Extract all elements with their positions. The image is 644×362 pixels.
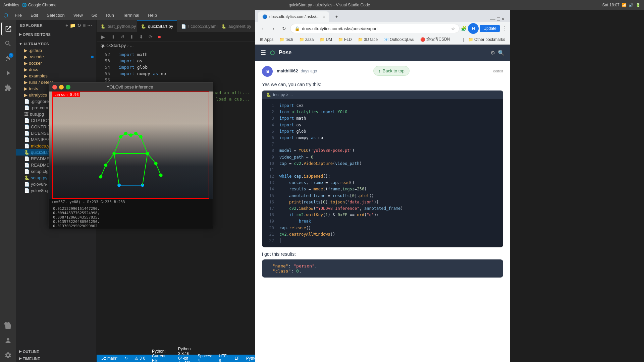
new-file-icon[interactable]: + (65, 23, 68, 28)
tree-item-license[interactable]: 📄 LICENSE (16, 130, 96, 136)
timeline-header[interactable]: ▶ TIMELINE (16, 355, 96, 362)
menu-file[interactable]: File (13, 12, 24, 18)
reload-button[interactable]: ↻ (279, 24, 289, 33)
bookmark-apps[interactable]: ⊞ Apps (258, 37, 275, 43)
browser-tab-close[interactable]: × (323, 14, 325, 19)
sidebar-icon-git[interactable]: 1 (1, 52, 15, 65)
menu-edit[interactable]: Edit (29, 12, 40, 18)
status-sync[interactable]: ↻ (123, 356, 129, 361)
bookmark-zaza[interactable]: 📁 zaza (297, 37, 316, 43)
docs-code-body[interactable]: 1 import cv2 2 from ultralytics import Y… (262, 99, 503, 247)
status-encoding[interactable]: UTF-8 (217, 347, 229, 362)
forward-button[interactable]: › (269, 24, 278, 33)
stop-button[interactable]: ■ (157, 34, 162, 40)
more-icon[interactable]: ⋯ (87, 23, 92, 28)
bookmark-um[interactable]: 📁 UM (318, 37, 334, 43)
collapse-icon[interactable]: ≡ (83, 23, 86, 28)
restore-browser-button[interactable]: □ (497, 16, 500, 22)
sidebar-icon-settings[interactable] (1, 349, 15, 362)
status-python-version[interactable]: Python 3.8.16 64-bit ('py38': conda) (177, 347, 192, 362)
refresh-icon[interactable]: ↻ (77, 23, 82, 28)
tree-item-yolov8n2[interactable]: 📄 yolov8n.p... (16, 187, 96, 194)
status-spaces[interactable]: Spaces: 4 (196, 347, 213, 362)
sidebar-icon-remote[interactable] (1, 319, 15, 333)
tab-coco128[interactable]: 📄 ! coco128.yaml × (177, 20, 217, 32)
browser-menu-button[interactable]: ⋮ (501, 25, 507, 32)
bookmark-tech[interactable]: 📁 tech (277, 37, 295, 43)
tab-test-python[interactable]: 🐍 test_python.py × (97, 20, 137, 32)
back-button[interactable]: ‹ (258, 24, 267, 33)
status-language[interactable]: Python (245, 347, 255, 362)
address-text[interactable]: docs.ultralytics.com/tasks/pose/#export (302, 26, 449, 31)
sidebar-icon-account[interactable] (1, 334, 15, 347)
menu-go[interactable]: Go (90, 12, 99, 18)
close-browser-button[interactable]: × (501, 16, 504, 22)
tree-item-tests[interactable]: ▶ tests (16, 85, 96, 92)
tree-item-busjpg[interactable]: 🖼 bus.jpg (16, 111, 96, 117)
menu-selection[interactable]: Selection (45, 12, 66, 18)
code-content[interactable]: import math import os import glob import… (113, 49, 255, 355)
tree-item-docker[interactable]: ▶ docker (16, 60, 96, 66)
bookmark-other[interactable]: 📁 Other bookmarks (466, 37, 507, 43)
restart-button[interactable]: ↺ (119, 34, 126, 40)
address-bar[interactable]: 🔒 docs.ultralytics.com/tasks/pose/#expor… (290, 24, 460, 33)
menu-run[interactable]: Run (104, 12, 116, 18)
browser-tab-ultralytics[interactable]: 🔵 docs.ultralytics.com/tasks/... × (258, 11, 329, 22)
extensions-button[interactable]: 🧩 (461, 26, 467, 31)
tree-item-setuppy[interactable]: 🐍 setup.py (16, 175, 96, 181)
bookmark-outlook[interactable]: 📧 Outlook:qt.wu (382, 37, 416, 43)
status-branch[interactable]: ⎇ main* (100, 356, 119, 361)
tree-item-vscode[interactable]: ▶ .vscode (16, 54, 96, 60)
stop-down-button[interactable]: ⬇ (138, 34, 145, 40)
tree-item-citation[interactable]: 📄 CITATION... (16, 117, 96, 124)
sidebar-icon-debug[interactable] (1, 66, 15, 80)
status-errors[interactable]: ⚠ 3 0 (133, 356, 147, 361)
refresh-debug-button[interactable]: ⟳ (147, 34, 154, 40)
tree-item-readme2[interactable]: 📄 README... (16, 162, 96, 168)
docs-settings-icon[interactable]: ⚙ (490, 50, 495, 56)
stop-up-button[interactable]: ⬆ (128, 34, 135, 40)
tree-item-setupcfg[interactable]: 📄 setup.cfg (16, 168, 96, 175)
breadcrumb-file[interactable]: quickStart.py (101, 43, 126, 48)
sidebar-icon-explorer[interactable] (1, 22, 15, 36)
tree-item-contrib[interactable]: 📄 CONTRIBUT... (16, 124, 96, 130)
tree-item-yolov8n1[interactable]: 📄 yolov8n-... (16, 181, 96, 187)
tree-item-examples[interactable]: ▶ examples (16, 73, 96, 79)
tree-item-gitignore[interactable]: 📄 .gitignore (16, 98, 96, 105)
tree-item-github[interactable]: ▶ .github (16, 47, 96, 54)
back-to-top-button[interactable]: ↑ Back to top (373, 66, 410, 76)
activities-label[interactable]: Activities (3, 3, 19, 7)
user-avatar-button[interactable]: H (468, 23, 479, 34)
status-line-ending[interactable]: LF (233, 347, 241, 362)
update-button[interactable]: Update (480, 25, 500, 32)
docs-content[interactable]: ☰ ⬡ Pose ⚙ 🔍 m maithil062 days ago (255, 45, 510, 362)
bookmark-shaojiwancsdn[interactable]: 🔴 烧技湾CSDN (418, 36, 452, 43)
sidebar-icon-extensions[interactable] (1, 81, 15, 95)
tree-item-runs[interactable]: ▶ runs / detect (16, 79, 96, 85)
bookmark-3dface[interactable]: 📁 3D face (356, 37, 380, 43)
debug-button[interactable]: ⏸ (109, 34, 116, 40)
tree-item-ultralytics[interactable]: ▶ ultralytics (16, 92, 96, 98)
star-icon[interactable]: ☆ (451, 26, 455, 31)
tree-item-manifest[interactable]: 📄 MANIFEST... (16, 136, 96, 143)
open-editors-header[interactable]: ▶ OPEN EDITORS (16, 31, 96, 38)
tree-item-mkdocs[interactable]: 📄 mkdocs.y... (16, 143, 96, 149)
hamburger-icon[interactable]: ☰ (261, 49, 266, 56)
code-editor[interactable]: 52 53 54 55 56 57 58 59 import math impo… (97, 49, 255, 355)
docs-search-icon[interactable]: 🔍 (498, 50, 504, 56)
chrome-label[interactable]: 🌐 Google Chrome (22, 3, 56, 7)
new-folder-icon[interactable]: 📁 (70, 23, 76, 28)
status-python-file[interactable]: Python: Current File (ultralytics) (151, 347, 173, 362)
menu-terminal[interactable]: Terminal (121, 12, 141, 18)
bookmark-fld[interactable]: 📁 FLD (336, 37, 354, 43)
menu-view[interactable]: View (71, 12, 85, 18)
tree-item-quickstart[interactable]: 🐍 quickStart.py (16, 149, 96, 156)
tab-augment[interactable]: 🐍 augment.py × (217, 20, 255, 32)
menu-help[interactable]: Help (146, 12, 159, 18)
browser-tab-new[interactable]: + (330, 11, 343, 22)
outline-header[interactable]: ▶ OUTLINE (16, 348, 96, 355)
ultralytics-folder-header[interactable]: ▼ ULTRALYTICS (16, 41, 96, 47)
run-file-button[interactable]: ▶ (100, 34, 106, 40)
sidebar-icon-search[interactable] (1, 37, 15, 50)
tree-item-docs[interactable]: ▶ docs (16, 66, 96, 73)
